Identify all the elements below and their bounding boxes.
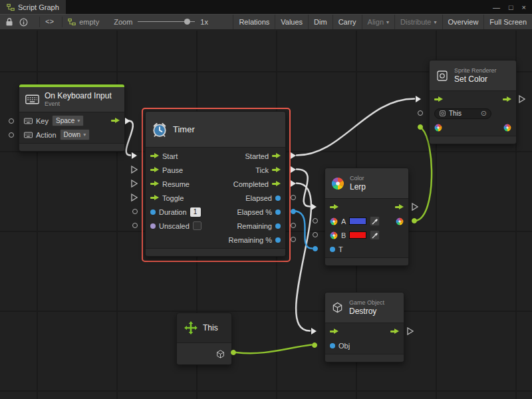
value-input-port[interactable] [418, 124, 423, 130]
timer-row-resume: Resume Completed [146, 177, 285, 191]
value-dot-icon [275, 223, 281, 229]
node-title: Lerp [350, 182, 366, 192]
node-sprite-renderer-set-color[interactable]: Sprite Renderer Set Color This ⊙ [429, 60, 517, 144]
node-timer[interactable]: Timer Start Started Pause Tick Resume Co… [145, 111, 286, 257]
flow-input-port[interactable] [311, 203, 317, 211]
timer-row-remaining-pct: Remaining % [146, 233, 285, 247]
flow-input-port[interactable] [415, 95, 422, 103]
node-game-object-destroy[interactable]: Game Object Destroy Obj [325, 292, 404, 362]
flow-output-port[interactable] [519, 95, 525, 103]
wire-keyboard-to-timer-start[interactable] [126, 121, 133, 156]
flow-output-arrow-icon [395, 204, 404, 210]
flow-input-port[interactable] [131, 194, 138, 201]
graph-toolbar: <> empty Zoom 1x Relations Values Dim Ca… [0, 14, 532, 30]
flow-input-port[interactable] [311, 327, 317, 335]
value-input-port[interactable] [132, 223, 138, 228]
node-title: Set Color [454, 74, 497, 84]
value-input-port[interactable] [313, 246, 318, 251]
node-footer [19, 143, 124, 151]
edit-code-icon[interactable]: <> [45, 18, 54, 26]
flow-output-arrow-icon [272, 153, 281, 159]
zoom-slider[interactable] [138, 17, 195, 27]
value-dot-icon [275, 237, 281, 243]
value-input-port[interactable] [9, 132, 14, 138]
target-object-field[interactable]: This ⊙ [434, 108, 491, 119]
flow-input-port[interactable] [131, 180, 138, 188]
color-b-swatch[interactable] [349, 231, 366, 239]
node-header: Game Object Destroy [325, 293, 404, 323]
value-output-port[interactable] [231, 350, 236, 355]
action-dropdown[interactable]: Down ▾ [60, 129, 90, 140]
lerp-a-row: A [325, 214, 408, 228]
node-footer [325, 257, 408, 265]
flow-output-port[interactable] [412, 203, 418, 211]
value-dot-icon [150, 209, 156, 215]
key-label: Key [36, 117, 49, 125]
eyedropper-button[interactable] [370, 230, 380, 240]
flow-output-port[interactable] [290, 152, 297, 160]
flow-output-port[interactable] [124, 117, 131, 125]
tab-script-graph[interactable]: Script Graph [0, 0, 66, 14]
zoom-label: Zoom [114, 18, 132, 26]
keyboard-icon [24, 118, 33, 124]
value-output-port[interactable] [291, 209, 296, 214]
flow-input-arrow-icon [330, 329, 338, 334]
flow-output-port[interactable] [290, 166, 297, 174]
unscaled-checkbox[interactable] [193, 221, 201, 230]
flow-input-port[interactable] [131, 152, 138, 160]
value-output-port[interactable] [291, 223, 296, 228]
overview-button[interactable]: Overview [442, 15, 484, 29]
relations-button[interactable]: Relations [233, 15, 275, 29]
flow-input-port[interactable] [131, 166, 138, 174]
node-this[interactable]: This [176, 313, 232, 365]
caret-down-icon: ▾ [83, 132, 86, 138]
zoom-slider-handle[interactable] [184, 19, 190, 25]
value-output-port[interactable] [291, 237, 296, 242]
destroy-obj-row: Obj [325, 338, 404, 352]
lock-icon[interactable] [5, 17, 13, 27]
wire-completed-to-destroy[interactable] [296, 184, 311, 331]
maximize-button[interactable]: □ [509, 3, 513, 11]
close-button[interactable]: × [522, 3, 526, 11]
eyedropper-button[interactable] [370, 216, 380, 226]
flow-output-port[interactable] [290, 180, 297, 188]
value-output-port[interactable] [291, 195, 296, 200]
color-a-swatch[interactable] [349, 217, 366, 225]
minimize-button[interactable]: — [493, 3, 500, 11]
dim-button[interactable]: Dim [308, 15, 332, 29]
values-button[interactable]: Values [275, 15, 308, 29]
value-dot-icon [330, 343, 335, 348]
align-button[interactable]: Align▾ [362, 15, 394, 29]
timer-row-pause: Pause Tick [146, 163, 285, 177]
color-wheel-icon [330, 217, 338, 225]
duration-value-field[interactable]: 1 [190, 207, 201, 217]
value-input-port[interactable] [132, 209, 138, 214]
value-input-port[interactable] [313, 232, 318, 237]
value-input-port[interactable] [312, 342, 317, 348]
node-header: This [177, 313, 231, 342]
info-icon[interactable] [19, 18, 28, 27]
value-output-port[interactable] [412, 218, 417, 223]
color-wheel-icon [330, 231, 338, 239]
distribute-button[interactable]: Distribute▾ [394, 15, 442, 29]
wire-this-to-destroy-obj[interactable] [236, 345, 311, 354]
value-input-port[interactable] [9, 118, 14, 124]
flow-output-arrow-icon [272, 167, 281, 173]
value-input-port[interactable] [313, 218, 318, 223]
node-color-lerp[interactable]: Color Lerp A [325, 168, 409, 266]
flow-output-port[interactable] [407, 327, 414, 335]
object-picker-icon[interactable]: ⊙ [481, 110, 487, 117]
keyboard-icon [24, 132, 33, 138]
node-footer [177, 342, 231, 364]
wire-started-to-setcolor[interactable] [297, 99, 414, 156]
key-dropdown[interactable]: Space ▾ [52, 115, 84, 126]
fullscreen-button[interactable]: Full Screen [483, 15, 532, 29]
carry-button[interactable]: Carry [332, 15, 362, 29]
value-input-port[interactable] [418, 110, 423, 116]
node-header: Sprite Renderer Set Color [430, 61, 516, 91]
flow-input-arrow-icon [150, 195, 159, 201]
script-graph-window: Script Graph — □ × <> empty Zoom 1x Rela… [0, 0, 532, 399]
node-on-keyboard-input[interactable]: On Keyboard Input Event Key Space ▾ [19, 84, 125, 152]
graph-canvas[interactable]: On Keyboard Input Event Key Space ▾ [0, 31, 532, 399]
setcolor-target-row: This ⊙ [430, 106, 516, 120]
